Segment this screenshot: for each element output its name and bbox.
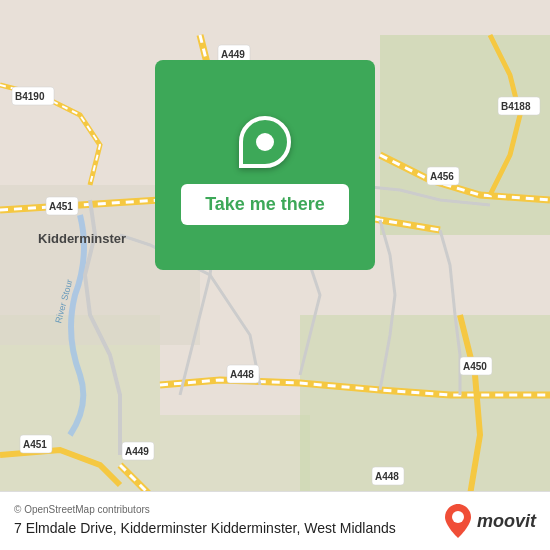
svg-rect-1 (300, 315, 550, 515)
bottom-info-panel: © OpenStreetMap contributors 7 Elmdale D… (0, 491, 550, 550)
svg-text:A449: A449 (221, 49, 245, 60)
svg-text:A450: A450 (463, 361, 487, 372)
svg-text:A448: A448 (230, 369, 254, 380)
svg-rect-0 (380, 35, 550, 235)
location-pin-icon (239, 116, 291, 168)
address-label: 7 Elmdale Drive, Kidderminster Kiddermin… (14, 519, 433, 537)
map-pin-wrapper (228, 105, 302, 179)
svg-point-31 (452, 511, 464, 523)
location-card: Take me there (155, 60, 375, 270)
svg-text:Kidderminster: Kidderminster (38, 231, 126, 246)
moovit-brand-text: moovit (477, 511, 536, 532)
svg-text:A448: A448 (375, 471, 399, 482)
svg-text:A451: A451 (23, 439, 47, 450)
svg-text:B4190: B4190 (15, 91, 45, 102)
svg-text:A449: A449 (125, 446, 149, 457)
map-container: B4190 A449 B4188 A451 A456 A451 Kiddermi… (0, 0, 550, 550)
moovit-pin-icon (443, 502, 473, 540)
osm-attribution: © OpenStreetMap contributors (14, 504, 433, 515)
take-me-there-button[interactable]: Take me there (181, 184, 349, 225)
bottom-left-content: © OpenStreetMap contributors 7 Elmdale D… (14, 504, 433, 537)
svg-text:A456: A456 (430, 171, 454, 182)
svg-text:A451: A451 (49, 201, 73, 212)
svg-text:B4188: B4188 (501, 101, 531, 112)
moovit-logo: moovit (443, 502, 536, 540)
